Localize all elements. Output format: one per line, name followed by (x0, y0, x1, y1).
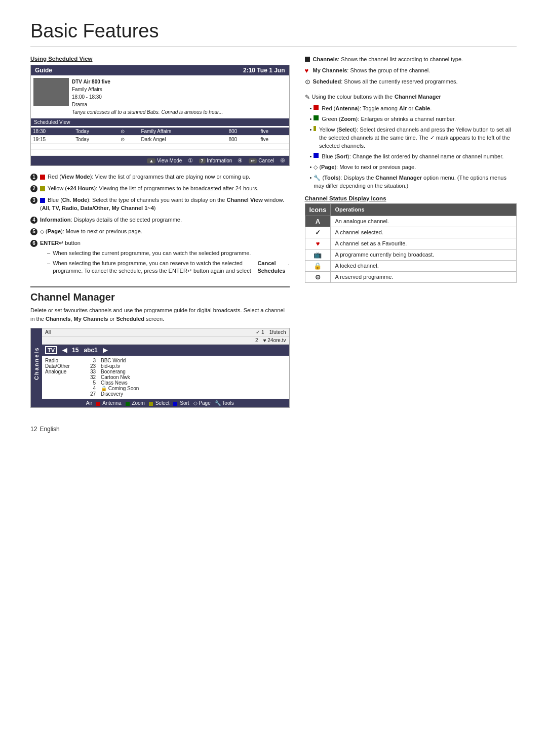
cm-top-name2: ♥ 24ore.tv (263, 338, 286, 343)
bullet-text: Channels: Shows the channel list accordi… (313, 56, 463, 64)
cm-spacer (56, 329, 251, 335)
cm-left-col: Radio Data/Other Analogue (45, 358, 78, 397)
bold-label: Channel View (226, 197, 262, 203)
bold-mychannels: My Channels (313, 67, 347, 73)
table-row: 📺 A programme currently being broadcast. (305, 249, 517, 260)
channel-manager-box: Channels All ✓ 1 1futech 2 ♥ 24ore.tv (30, 328, 290, 408)
list-item: 1 Red (View Mode): View the list of prog… (30, 173, 290, 181)
status-icon: ✓ (305, 227, 331, 238)
item-number: 2 (30, 185, 37, 192)
sched-ch1: 800 (226, 136, 258, 144)
page-number-block: 12 English (30, 423, 290, 434)
table-row: 19:15 Today ⊙ Dark Angel 800 five (31, 136, 289, 144)
cm-coming: 🔒 Coming Soon (101, 386, 139, 391)
yellow-icon (40, 186, 45, 191)
cm-cat-dataother: Data/Other (45, 363, 78, 369)
bold-air: Air (399, 105, 407, 111)
bullet-text: My Channels: Shows the group of the chan… (313, 67, 431, 75)
cm-bbc: BBC World (101, 358, 139, 363)
bold-label: All, TV, Radio, Data/Other, My Channel 1… (42, 205, 154, 211)
section-subtitle: Using Scheduled View (30, 56, 290, 62)
bullet-text: Scheduled: Shows all the currently reser… (313, 78, 458, 86)
status-icon: ⊙ (305, 271, 331, 282)
cm-top-name: 1futech (269, 329, 286, 335)
bullet-scheduled: ⊙ Scheduled: Shows all the currently res… (305, 78, 517, 86)
table-row: ♥ A channel set as a Favourite. (305, 238, 517, 249)
guide-thumbnail (33, 78, 69, 106)
list-item: 3 Blue (Ch. Mode): Select the type of ch… (30, 196, 290, 213)
red-icon (40, 175, 45, 180)
guide-content: DTV Air 800 five Family Affairs 18:00 - … (31, 75, 289, 118)
cm-footer-sort: Sort (173, 400, 189, 406)
cm-num-33: 33 (83, 369, 96, 374)
list-item: 5 ◇ (Page): Move to next or previous pag… (30, 228, 290, 236)
channels-icon (305, 57, 310, 62)
status-desc: A channel selected. (331, 227, 517, 238)
bold-select: Select (338, 127, 355, 133)
bold-label: Cancel Schedules (257, 260, 285, 276)
cm-num-4: 4 (83, 386, 96, 391)
bold-label: View Mode (61, 174, 90, 180)
cm-footer-select: Select (149, 400, 170, 406)
bold-antenna: Antenna (335, 105, 358, 111)
status-icon: ♥ (305, 238, 331, 249)
list-item: 6 ENTER↵ button When selecting the curre… (30, 239, 290, 278)
bold-scheduled: Scheduled (116, 316, 144, 322)
status-title: Channel Status Display Icons (305, 195, 517, 201)
sub-bullet-text: Red (Antenna): Toggle among Air or Cable… (322, 105, 432, 113)
cm-footer: Air Antenna Zoom Select Sort ◇ Page 🔧 To… (31, 399, 289, 407)
cm-footer-page: ◇ Page (193, 400, 211, 406)
cm-all: All (45, 329, 51, 335)
sub-list-item: When selecting the future programme, you… (47, 260, 290, 276)
sub-list-item: When selecting the current programme, yo… (47, 249, 290, 258)
bold-mychannels: My Channels (74, 316, 108, 322)
table-header-row: Icons Operations (305, 203, 517, 216)
guide-footer-item: ▲ View Mode ① (147, 157, 192, 164)
prog-desc: Tanya confesses all to a stunned Babs. C… (72, 108, 223, 116)
item-content: Red (View Mode): View the list of progra… (40, 173, 290, 181)
cm-footer-tools: 🔧 Tools (215, 400, 234, 406)
status-icons-table: Icons Operations A An analogue channel. … (305, 203, 517, 283)
sub-bullet-list: Red (Antenna): Toggle among Air or Cable… (310, 105, 517, 190)
bold-label: Page (48, 228, 61, 234)
cm-num-3: 3 (83, 358, 96, 363)
bold-cable: Cable (415, 105, 430, 111)
note-line: Using the colour buttons with the Channe… (305, 93, 517, 102)
prog-time: 18:00 - 18:30 (72, 93, 223, 101)
cm-selected-name: abc1 (84, 347, 97, 354)
guide-datetime: 2:10 Tue 1 Jun (243, 67, 285, 74)
sub-bullet-blue: Blue (Sort): Change the list ordered by … (310, 153, 517, 161)
channel-manager-title: Channel Manager (30, 291, 290, 303)
cm-channels-area: Radio Data/Other Analogue 3 23 33 32 5 4… (42, 356, 289, 399)
prog-name: Family Affairs (72, 86, 223, 93)
status-icon: A (305, 216, 331, 227)
cm-cartoon: Cartoon Nwk (101, 374, 139, 380)
item-number: 3 (30, 197, 37, 204)
sub-bullet-text: ◇ (Page): Move to next or previous page. (314, 163, 416, 172)
bold-label: Ch. Mode (62, 197, 88, 203)
guide-footer-item: ↩ Cancel ⑥ (249, 157, 285, 164)
col-icons: Icons (305, 203, 331, 216)
bold-label: +24 Hours (67, 185, 94, 191)
status-desc: A locked channel. (331, 260, 517, 271)
cm-selected-num: 15 (72, 347, 79, 354)
cm-num-32: 32 (83, 374, 96, 380)
sched-time: 19:15 (31, 136, 73, 144)
status-desc: An analogue channel. (331, 216, 517, 227)
cm-boon: Boonerang (101, 369, 139, 374)
cm-arrow-right: ▶ (103, 347, 107, 354)
list-item: 2 Yellow (+24 Hours): Viewing the list o… (30, 185, 290, 193)
sub-bullet-text: Green (Zoom): Enlarges or shrinks a chan… (322, 115, 456, 123)
sched-day: Today (73, 128, 118, 136)
cm-mid-col: 3 23 33 32 5 4 27 (83, 358, 96, 397)
table-row: ⊙ A reserved programme. (305, 271, 517, 282)
cm-cat-radio: Radio (45, 358, 78, 363)
clock-icon: ⊙ (305, 77, 310, 82)
item-number: 5 (30, 228, 37, 235)
item-number: 1 (30, 174, 37, 181)
guide-header: Guide 2:10 Tue 1 Jun (31, 65, 289, 75)
cm-discovery: Discovery (101, 391, 139, 397)
cm-class: Class News (101, 380, 139, 386)
guide-box: Guide 2:10 Tue 1 Jun DTV Air 800 five Fa… (30, 65, 290, 166)
blue-sq-icon (314, 153, 319, 158)
